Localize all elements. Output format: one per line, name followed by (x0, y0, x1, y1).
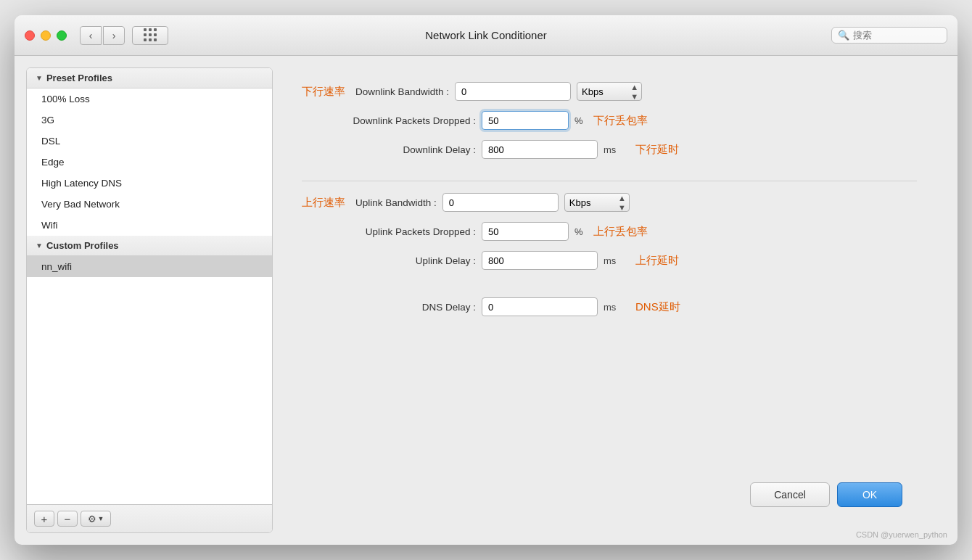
preset-profiles-label: Preset Profiles (46, 73, 112, 83)
custom-profiles-label: Custom Profiles (46, 240, 119, 251)
uplink-bandwidth-label: Uplink Bandwidth : (355, 197, 437, 208)
right-panel: 下行速率 Downlink Bandwidth : Kbps Mbps Gbps… (273, 67, 946, 533)
sidebar-item-nn-wifi[interactable]: nn_wifi (27, 256, 272, 277)
dns-delay-unit: ms (604, 302, 625, 313)
grid-view-button[interactable] (132, 26, 168, 45)
minimize-button[interactable] (41, 30, 51, 41)
downlink-bandwidth-input[interactable] (455, 82, 571, 101)
dns-delay-annotation: DNS延时 (635, 300, 680, 314)
close-button[interactable] (25, 30, 35, 41)
uplink-delay-row: Uplink Delay : ms 上行延时 (302, 251, 917, 270)
uplink-packets-annotation: 上行丢包率 (593, 225, 648, 239)
back-button[interactable]: ‹ (80, 26, 102, 45)
downlink-delay-row: Downlink Delay : ms 下行延时 (302, 140, 917, 159)
dns-delay-input[interactable] (482, 297, 598, 316)
dropdown-arrow-icon: ▼ (98, 515, 104, 522)
uplink-packets-percent: % (574, 226, 583, 237)
sidebar: ▼ Preset Profiles 100% Loss 3G DSL Edge … (26, 67, 273, 533)
uplink-packets-input[interactable] (482, 222, 569, 241)
search-box[interactable]: 🔍 (831, 27, 947, 44)
divider (302, 181, 917, 181)
uplink-bandwidth-input[interactable] (442, 193, 559, 212)
nav-buttons: ‹ › (80, 26, 125, 45)
gear-menu-button[interactable]: ⚙ ▼ (81, 511, 111, 527)
downlink-packets-row: Downlink Packets Dropped : % 下行丢包率 (302, 111, 917, 130)
triangle-icon: ▼ (36, 74, 43, 82)
sidebar-item-high-latency-dns[interactable]: High Latency DNS (27, 173, 272, 194)
sidebar-item-edge[interactable]: Edge (27, 152, 272, 173)
add-profile-button[interactable]: + (34, 511, 54, 527)
downlink-delay-label: Downlink Delay : (302, 144, 476, 155)
forward-button[interactable]: › (103, 26, 125, 45)
search-icon: 🔍 (838, 30, 849, 41)
uplink-delay-annotation: 上行延时 (635, 254, 679, 268)
downlink-delay-input[interactable] (482, 140, 598, 159)
downlink-bandwidth-annotation-left: 下行速率 (302, 85, 345, 99)
main-content: ▼ Preset Profiles 100% Loss 3G DSL Edge … (15, 56, 957, 545)
uplink-delay-input[interactable] (482, 251, 598, 270)
sidebar-item-wifi[interactable]: Wifi (27, 215, 272, 236)
gear-icon: ⚙ (88, 514, 96, 524)
downlink-packets-input[interactable] (482, 111, 569, 130)
sidebar-item-100-loss[interactable]: 100% Loss (27, 88, 272, 110)
downlink-bandwidth-row: 下行速率 Downlink Bandwidth : Kbps Mbps Gbps… (302, 82, 917, 101)
remove-profile-button[interactable]: − (57, 511, 78, 527)
watermark: CSDN @yuerwen_python (856, 530, 947, 539)
downlink-packets-annotation: 下行丢包率 (593, 114, 648, 128)
downlink-packets-label: Downlink Packets Dropped : (302, 115, 476, 126)
preset-profiles-header: ▼ Preset Profiles (27, 68, 272, 88)
traffic-lights (25, 30, 67, 41)
ok-button[interactable]: OK (837, 482, 902, 507)
sidebar-footer: + − ⚙ ▼ (27, 504, 272, 532)
downlink-bandwidth-unit-wrapper: Kbps Mbps Gbps ▲ ▼ (577, 82, 642, 101)
uplink-bandwidth-unit-wrapper: Kbps Mbps Gbps ▲ ▼ (564, 193, 630, 212)
search-input[interactable] (853, 30, 941, 41)
sidebar-item-dsl[interactable]: DSL (27, 131, 272, 152)
downlink-delay-annotation: 下行延时 (635, 143, 679, 157)
sidebar-item-3g[interactable]: 3G (27, 110, 272, 131)
uplink-bandwidth-annotation-left: 上行速率 (302, 196, 345, 210)
maximize-button[interactable] (57, 30, 67, 41)
uplink-bandwidth-row: 上行速率 Uplink Bandwidth : Kbps Mbps Gbps ▲… (302, 193, 917, 212)
uplink-packets-label: Uplink Packets Dropped : (302, 226, 476, 237)
grid-dots-icon (144, 28, 157, 42)
uplink-delay-label: Uplink Delay : (302, 255, 476, 266)
titlebar: ‹ › Network Link Conditioner 🔍 (15, 15, 957, 56)
window-title: Network Link Conditioner (425, 29, 547, 41)
downlink-bandwidth-unit-select[interactable]: Kbps Mbps Gbps (577, 82, 642, 101)
dns-delay-row: DNS Delay : ms DNS延时 (302, 297, 917, 316)
bottom-bar: Cancel OK (302, 471, 917, 519)
downlink-delay-unit: ms (604, 144, 625, 155)
uplink-delay-unit: ms (604, 255, 625, 266)
triangle-icon-custom: ▼ (36, 242, 43, 250)
downlink-packets-percent: % (574, 115, 583, 126)
dns-delay-label: DNS Delay : (302, 302, 476, 313)
cancel-button[interactable]: Cancel (750, 482, 830, 507)
uplink-bandwidth-unit-select[interactable]: Kbps Mbps Gbps (564, 193, 630, 212)
sidebar-item-very-bad-network[interactable]: Very Bad Network (27, 194, 272, 215)
downlink-bandwidth-label: Downlink Bandwidth : (355, 86, 449, 97)
custom-profiles-header: ▼ Custom Profiles (27, 236, 272, 256)
uplink-packets-row: Uplink Packets Dropped : % 上行丢包率 (302, 222, 917, 241)
